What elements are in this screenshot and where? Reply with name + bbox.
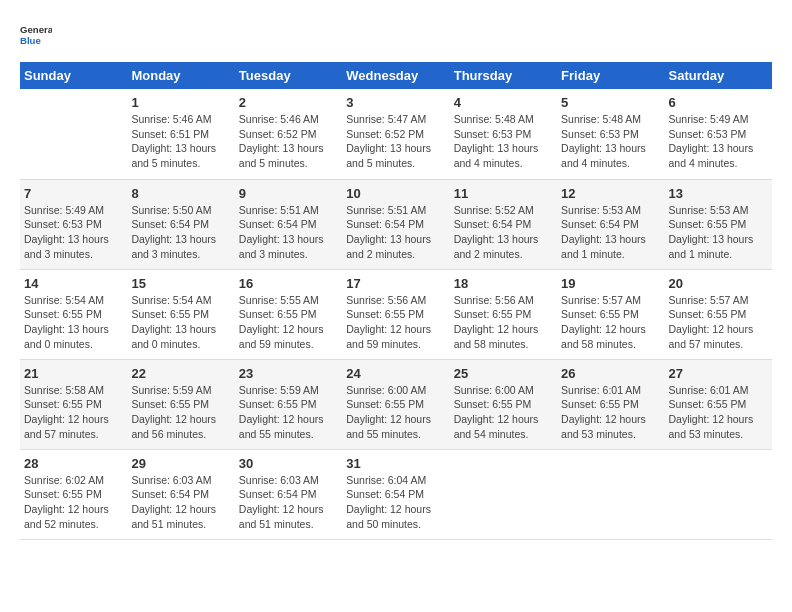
day-number: 3: [346, 95, 445, 110]
calendar-cell: 18Sunrise: 5:56 AMSunset: 6:55 PMDayligh…: [450, 269, 557, 359]
calendar-cell: 10Sunrise: 5:51 AMSunset: 6:54 PMDayligh…: [342, 179, 449, 269]
day-info: Sunrise: 6:01 AMSunset: 6:55 PMDaylight:…: [561, 383, 660, 442]
day-info: Sunrise: 5:58 AMSunset: 6:55 PMDaylight:…: [24, 383, 123, 442]
day-number: 16: [239, 276, 338, 291]
day-info: Sunrise: 5:54 AMSunset: 6:55 PMDaylight:…: [131, 293, 230, 352]
day-number: 14: [24, 276, 123, 291]
day-info: Sunrise: 6:02 AMSunset: 6:55 PMDaylight:…: [24, 473, 123, 532]
page-header: General Blue: [20, 20, 772, 52]
day-info: Sunrise: 5:56 AMSunset: 6:55 PMDaylight:…: [346, 293, 445, 352]
day-number: 22: [131, 366, 230, 381]
calendar-cell: 13Sunrise: 5:53 AMSunset: 6:55 PMDayligh…: [665, 179, 772, 269]
day-number: 30: [239, 456, 338, 471]
day-number: 10: [346, 186, 445, 201]
calendar-cell: 17Sunrise: 5:56 AMSunset: 6:55 PMDayligh…: [342, 269, 449, 359]
day-number: 11: [454, 186, 553, 201]
week-row-1: 1Sunrise: 5:46 AMSunset: 6:51 PMDaylight…: [20, 89, 772, 179]
calendar-cell: 23Sunrise: 5:59 AMSunset: 6:55 PMDayligh…: [235, 359, 342, 449]
day-info: Sunrise: 6:03 AMSunset: 6:54 PMDaylight:…: [131, 473, 230, 532]
calendar-cell: 14Sunrise: 5:54 AMSunset: 6:55 PMDayligh…: [20, 269, 127, 359]
day-number: 8: [131, 186, 230, 201]
header-saturday: Saturday: [665, 62, 772, 89]
day-number: 21: [24, 366, 123, 381]
calendar-cell: 19Sunrise: 5:57 AMSunset: 6:55 PMDayligh…: [557, 269, 664, 359]
header-tuesday: Tuesday: [235, 62, 342, 89]
calendar-cell: 4Sunrise: 5:48 AMSunset: 6:53 PMDaylight…: [450, 89, 557, 179]
calendar-cell: 1Sunrise: 5:46 AMSunset: 6:51 PMDaylight…: [127, 89, 234, 179]
day-info: Sunrise: 6:01 AMSunset: 6:55 PMDaylight:…: [669, 383, 768, 442]
day-info: Sunrise: 5:53 AMSunset: 6:54 PMDaylight:…: [561, 203, 660, 262]
calendar-cell: 26Sunrise: 6:01 AMSunset: 6:55 PMDayligh…: [557, 359, 664, 449]
day-number: 6: [669, 95, 768, 110]
day-info: Sunrise: 5:52 AMSunset: 6:54 PMDaylight:…: [454, 203, 553, 262]
day-info: Sunrise: 5:46 AMSunset: 6:51 PMDaylight:…: [131, 112, 230, 171]
day-number: 13: [669, 186, 768, 201]
day-number: 12: [561, 186, 660, 201]
calendar-cell: 20Sunrise: 5:57 AMSunset: 6:55 PMDayligh…: [665, 269, 772, 359]
day-info: Sunrise: 5:56 AMSunset: 6:55 PMDaylight:…: [454, 293, 553, 352]
day-info: Sunrise: 5:59 AMSunset: 6:55 PMDaylight:…: [131, 383, 230, 442]
calendar-cell: 5Sunrise: 5:48 AMSunset: 6:53 PMDaylight…: [557, 89, 664, 179]
day-info: Sunrise: 5:48 AMSunset: 6:53 PMDaylight:…: [561, 112, 660, 171]
day-number: 19: [561, 276, 660, 291]
header-thursday: Thursday: [450, 62, 557, 89]
calendar-cell: [20, 89, 127, 179]
day-number: 5: [561, 95, 660, 110]
day-info: Sunrise: 5:51 AMSunset: 6:54 PMDaylight:…: [239, 203, 338, 262]
calendar-cell: 3Sunrise: 5:47 AMSunset: 6:52 PMDaylight…: [342, 89, 449, 179]
day-number: 7: [24, 186, 123, 201]
calendar-cell: 9Sunrise: 5:51 AMSunset: 6:54 PMDaylight…: [235, 179, 342, 269]
calendar-cell: 8Sunrise: 5:50 AMSunset: 6:54 PMDaylight…: [127, 179, 234, 269]
day-info: Sunrise: 5:57 AMSunset: 6:55 PMDaylight:…: [669, 293, 768, 352]
svg-text:General: General: [20, 24, 52, 35]
calendar-cell: 21Sunrise: 5:58 AMSunset: 6:55 PMDayligh…: [20, 359, 127, 449]
day-number: 9: [239, 186, 338, 201]
day-number: 31: [346, 456, 445, 471]
day-info: Sunrise: 5:53 AMSunset: 6:55 PMDaylight:…: [669, 203, 768, 262]
logo-icon: General Blue: [20, 20, 52, 52]
day-number: 27: [669, 366, 768, 381]
calendar-cell: 25Sunrise: 6:00 AMSunset: 6:55 PMDayligh…: [450, 359, 557, 449]
day-info: Sunrise: 5:57 AMSunset: 6:55 PMDaylight:…: [561, 293, 660, 352]
day-info: Sunrise: 5:49 AMSunset: 6:53 PMDaylight:…: [669, 112, 768, 171]
day-number: 23: [239, 366, 338, 381]
calendar-cell: 11Sunrise: 5:52 AMSunset: 6:54 PMDayligh…: [450, 179, 557, 269]
day-info: Sunrise: 5:55 AMSunset: 6:55 PMDaylight:…: [239, 293, 338, 352]
calendar-cell: [450, 449, 557, 539]
calendar-cell: [665, 449, 772, 539]
day-number: 1: [131, 95, 230, 110]
day-number: 18: [454, 276, 553, 291]
day-number: 4: [454, 95, 553, 110]
day-number: 25: [454, 366, 553, 381]
calendar-cell: [557, 449, 664, 539]
header-friday: Friday: [557, 62, 664, 89]
calendar-cell: 2Sunrise: 5:46 AMSunset: 6:52 PMDaylight…: [235, 89, 342, 179]
day-info: Sunrise: 5:54 AMSunset: 6:55 PMDaylight:…: [24, 293, 123, 352]
logo: General Blue: [20, 20, 52, 52]
calendar-cell: 6Sunrise: 5:49 AMSunset: 6:53 PMDaylight…: [665, 89, 772, 179]
week-row-5: 28Sunrise: 6:02 AMSunset: 6:55 PMDayligh…: [20, 449, 772, 539]
day-info: Sunrise: 5:51 AMSunset: 6:54 PMDaylight:…: [346, 203, 445, 262]
svg-text:Blue: Blue: [20, 35, 41, 46]
calendar-header-row: SundayMondayTuesdayWednesdayThursdayFrid…: [20, 62, 772, 89]
calendar-cell: 24Sunrise: 6:00 AMSunset: 6:55 PMDayligh…: [342, 359, 449, 449]
day-info: Sunrise: 5:50 AMSunset: 6:54 PMDaylight:…: [131, 203, 230, 262]
calendar-cell: 7Sunrise: 5:49 AMSunset: 6:53 PMDaylight…: [20, 179, 127, 269]
calendar-table: SundayMondayTuesdayWednesdayThursdayFrid…: [20, 62, 772, 540]
day-number: 26: [561, 366, 660, 381]
week-row-4: 21Sunrise: 5:58 AMSunset: 6:55 PMDayligh…: [20, 359, 772, 449]
day-number: 15: [131, 276, 230, 291]
day-info: Sunrise: 5:47 AMSunset: 6:52 PMDaylight:…: [346, 112, 445, 171]
header-wednesday: Wednesday: [342, 62, 449, 89]
calendar-cell: 15Sunrise: 5:54 AMSunset: 6:55 PMDayligh…: [127, 269, 234, 359]
calendar-cell: 29Sunrise: 6:03 AMSunset: 6:54 PMDayligh…: [127, 449, 234, 539]
calendar-cell: 28Sunrise: 6:02 AMSunset: 6:55 PMDayligh…: [20, 449, 127, 539]
header-sunday: Sunday: [20, 62, 127, 89]
day-number: 29: [131, 456, 230, 471]
calendar-cell: 30Sunrise: 6:03 AMSunset: 6:54 PMDayligh…: [235, 449, 342, 539]
calendar-cell: 27Sunrise: 6:01 AMSunset: 6:55 PMDayligh…: [665, 359, 772, 449]
week-row-2: 7Sunrise: 5:49 AMSunset: 6:53 PMDaylight…: [20, 179, 772, 269]
week-row-3: 14Sunrise: 5:54 AMSunset: 6:55 PMDayligh…: [20, 269, 772, 359]
calendar-cell: 22Sunrise: 5:59 AMSunset: 6:55 PMDayligh…: [127, 359, 234, 449]
day-number: 20: [669, 276, 768, 291]
